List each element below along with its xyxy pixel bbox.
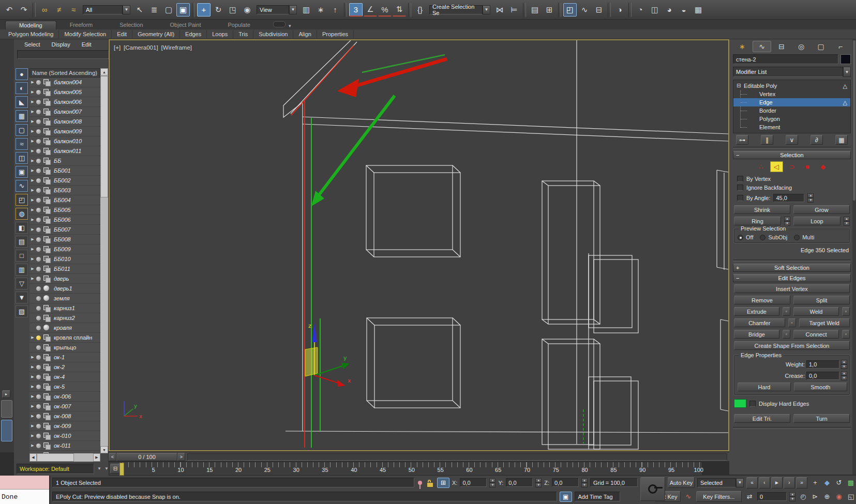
hard-edge-color-swatch[interactable] [734,399,746,408]
visibility-bulb-icon[interactable] [36,139,41,144]
ribbon-panel-label[interactable]: Edges [180,30,207,38]
expand-arrow-icon[interactable]: ▶ [29,227,36,232]
expand-panel-icon[interactable]: ▸ [2,390,10,398]
split-button[interactable]: Split [793,296,850,304]
x-spinner[interactable]: ▲▼ [489,478,495,487]
display-materials-filter-icon[interactable]: ◍ [16,208,28,220]
chevron-down-icon[interactable]: ▼ [104,466,109,471]
ring-spinner[interactable]: ▲▼ [784,217,790,226]
ribbon-panel-label[interactable]: Polygon Modeling [3,30,59,38]
expand-arrow-icon[interactable]: ▶ [29,237,36,241]
select-and-move-icon[interactable]: + [197,3,211,17]
select-and-place-icon[interactable]: ◉ [241,3,254,17]
explorer-menu[interactable]: Display [52,41,70,48]
list-item[interactable]: ▶ ок-2 [29,362,100,372]
list-item[interactable]: ▶ балкон005 [29,87,100,97]
expand-arrow-icon[interactable]: ▶ [29,218,36,222]
workspace-selector[interactable]: Workspace: Default [17,464,94,474]
expand-arrow-icon[interactable]: ▶ [29,394,36,399]
explorer-menu[interactable]: Edit [82,41,92,48]
viewport-menu-pov[interactable]: [Camera001] [124,44,158,51]
ribbon-panel-label[interactable]: Geometry (All) [132,30,180,38]
scrollbar-thumb[interactable] [100,76,108,197]
ribbon-panel-label[interactable]: Align [293,30,317,38]
by-angle-field[interactable]: 45,0 [773,194,804,202]
modifier-stack-row[interactable]: Element [733,123,850,131]
z-coordinate-field[interactable]: 0,0 [552,478,579,487]
y-spinner[interactable]: ▲▼ [535,478,542,487]
chevron-down-icon[interactable]: ▼ [289,5,297,14]
visibility-bulb-icon[interactable] [36,188,41,193]
ring-button[interactable]: Ring [734,217,781,225]
list-item[interactable]: ▶ ББ004 [29,195,100,205]
expand-arrow-icon[interactable]: ▶ [29,247,36,251]
visibility-bulb-icon[interactable] [36,237,41,242]
expand-arrow-icon[interactable]: ▶ [29,355,36,359]
expand-arrow-icon[interactable]: ▶ [29,385,36,389]
list-item[interactable]: ▶ балкон011 [29,146,100,156]
visibility-bulb-icon[interactable] [36,119,41,124]
expand-arrow-icon[interactable]: ▶ [29,208,36,212]
visibility-bulb-icon[interactable] [36,296,41,301]
connect-settings-icon[interactable]: ▫ [842,330,850,339]
list-item[interactable]: ▶ ок-009 [29,421,100,431]
isolate-selection-icon[interactable] [418,481,422,485]
modifier-stack-row[interactable]: ⊟ Editable Poly △ [733,82,850,90]
ribbon-tab[interactable]: Selection [106,21,156,29]
insert-vertex-button[interactable]: Insert Vertex [734,284,850,293]
list-item[interactable]: ▶ балкон008 [29,117,100,127]
chevron-down-icon[interactable]: ▾ [289,23,291,28]
chevron-down-icon[interactable]: ▼ [123,5,130,14]
preview-multi-radio[interactable] [794,235,800,240]
display-helpers-filter-icon[interactable]: ▢ [16,124,28,136]
visibility-bulb-icon[interactable] [36,434,41,438]
expand-arrow-icon[interactable]: ▶ [29,169,36,173]
ribbon-tab[interactable]: Modeling [5,21,56,29]
visibility-bulb-icon[interactable] [36,198,41,203]
y-coordinate-field[interactable]: 0,0 [506,478,533,487]
z-spinner[interactable]: ▲▼ [581,478,588,487]
display-containers-filter-icon[interactable]: ◰ [16,194,28,206]
list-item[interactable]: ▶ ок-008 [29,411,100,421]
weight-field[interactable]: 1,0 [806,360,839,369]
list-item[interactable]: ▶ балкон006 [29,97,100,107]
list-item[interactable]: ▶ ок-007 [29,402,100,411]
chevron-down-icon[interactable]: ▼ [97,466,101,471]
expand-arrow-icon[interactable]: ▶ [29,198,36,202]
track-bar[interactable]: ⊟ 51015202530354045505560657075808590951… [109,462,702,476]
list-item[interactable]: ▶ балкон007 [29,107,100,117]
list-item[interactable]: ▶ ББ002 [29,176,100,186]
filter-add-icon[interactable]: ▼ [16,292,28,303]
render-frame-icon[interactable]: ▦ [692,3,705,17]
visibility-bulb-icon[interactable] [36,257,41,262]
explorer-horizontal-scrollbar[interactable]: ◀ ▶ [29,453,100,462]
key-step-toggle-icon[interactable]: ⇄ [744,492,755,502]
go-to-start-icon[interactable]: « [746,477,758,488]
select-and-rotate-icon[interactable]: ↻ [212,3,225,17]
extrude-settings-icon[interactable]: ▫ [783,307,790,316]
list-item[interactable]: ▶ ББ [29,156,100,166]
object-color-swatch[interactable] [840,54,851,64]
list-item[interactable]: ▶ ББ005 [29,205,100,215]
collapse-icon[interactable]: ⊟ [737,83,742,88]
selection-lock-icon[interactable] [427,483,433,487]
modifier-stack-row[interactable]: Edge △ [733,98,850,106]
sync-selection-icon[interactable]: ▤ [16,236,28,248]
list-item[interactable]: ▶ ок-006 [29,392,100,402]
visibility-bulb-icon[interactable] [36,267,41,271]
pan-view-icon[interactable]: ⊕ [822,492,832,502]
list-item[interactable]: ▶ балкон004 [29,78,100,87]
maxscript-mini-listener[interactable]: Done [0,476,50,504]
by-angle-checkbox[interactable] [737,195,743,201]
rectangular-selection-region-icon[interactable]: ▢ [162,3,175,17]
unlink-selection-icon[interactable]: ≠ [52,3,66,17]
expand-arrow-icon[interactable]: ▶ [29,110,36,114]
by-vertex-checkbox[interactable] [737,176,743,182]
list-item[interactable]: ▶ ББ007 [29,225,100,235]
previous-frame-icon[interactable]: < [109,453,116,461]
key-filter-curve-icon[interactable]: ∿ [683,492,694,502]
loop-button[interactable]: Loop [793,217,840,225]
filter-funnel-icon[interactable]: ▽ [16,278,28,289]
mirror-icon[interactable]: ⋈ [493,3,506,17]
ribbon-panel-label[interactable]: Properties [317,30,354,38]
